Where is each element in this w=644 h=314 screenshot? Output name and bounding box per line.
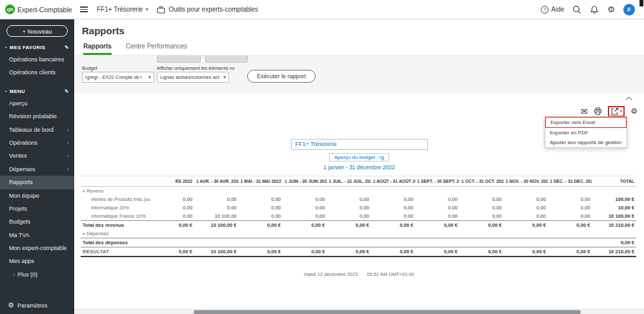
chevron-right-icon: ›: [67, 151, 69, 160]
gear-icon: ⚙: [8, 302, 14, 309]
cell-value: [194, 238, 238, 247]
user-avatar[interactable]: F: [623, 4, 635, 16]
sidebar-item-operations[interactable]: Opérations›: [0, 136, 74, 149]
cell-value: 0,00 €: [548, 247, 592, 257]
export-menu-item-exporter-en-pdf[interactable]: Exporter en PDF: [545, 128, 627, 138]
cell-value: [327, 229, 371, 238]
cell-value: [239, 238, 283, 247]
app-logo[interactable]: qb Expert-Comptable: [0, 5, 72, 14]
report-subtitle-input[interactable]: Aperçu du budget : rg: [329, 153, 389, 162]
row-label-text: RÉSULTAT: [83, 249, 109, 255]
cell-value: [150, 238, 194, 247]
collapse-triangle-icon[interactable]: ▾: [83, 189, 85, 193]
report-switcher[interactable]: FF1+ Trésorerie ▾: [97, 6, 148, 13]
run-report-button[interactable]: Exécuter le rapport: [247, 70, 316, 83]
sidebar-item-tableaux-de-bord[interactable]: Tableaux de bord›: [0, 123, 74, 136]
cell-value: [371, 229, 415, 238]
sidebar-item-depenses[interactable]: Dépenses›: [0, 163, 74, 176]
sidebar-item-mes-apps[interactable]: Mes apps: [0, 255, 74, 267]
display-select[interactable]: Lignes actives/colonnes act ▾: [157, 72, 229, 83]
report-period-link[interactable]: 1 janvier - 31 décembre 2022: [74, 164, 644, 171]
horizontal-scrollbar-track[interactable]: [74, 309, 644, 314]
filter-control-partial-1[interactable]: [157, 56, 201, 63]
sidebar-item-ma-tva[interactable]: Ma TVA: [0, 229, 74, 242]
sidebar-settings[interactable]: ⚙ Paramètres: [0, 302, 74, 309]
help-button[interactable]: ? Aide: [541, 6, 564, 14]
export-menu-item-exporter-vers-excel[interactable]: Exporter vers Excel: [545, 117, 627, 128]
row-label: ▾Dépenses: [81, 229, 150, 238]
cell-value: [239, 229, 283, 238]
sidebar-item-ventes[interactable]: Ventes›: [0, 149, 74, 162]
favorites-section-header[interactable]: › MES FAVORIS ✎: [0, 41, 74, 53]
settings-gear-icon[interactable]: ⚙: [607, 5, 615, 14]
chevron-right-icon: ›: [67, 138, 69, 147]
sidebar-item-revision-prealable[interactable]: Révision préalable: [0, 110, 74, 123]
budget-select[interactable]: rgregr - EX22 Compte de r ▾: [82, 72, 154, 83]
sidebar-item-rapports[interactable]: Rapports: [0, 176, 74, 189]
app-window: qb Expert-Comptable FF1+ Trésorerie ▾ Ou…: [0, 0, 644, 314]
cell-value: 0,00 €: [459, 247, 503, 257]
sidebar-item-plus-0[interactable]: ›Plus (0): [0, 268, 74, 281]
cell-value: 0,00: [194, 195, 238, 204]
row-label: Ventes de Produits finis (ou g...: [81, 195, 150, 204]
column-header: 1 OCT. - 31 OCT. 2022: [459, 176, 503, 187]
edit-favorites-icon[interactable]: ✎: [65, 45, 69, 50]
cell-value: 0,00: [548, 204, 592, 212]
column-header: 1 JUIN - 30 JUIN 2022: [283, 176, 327, 187]
sidebar-item-mon-equipe[interactable]: Mon équipe: [0, 189, 74, 202]
export-dropdown-menu: Exporter vers ExcelExporter en PDFAjoute…: [545, 116, 627, 148]
column-header: 1 SEPT. - 30 SEPT. 2022: [416, 176, 459, 187]
notifications-bell-icon[interactable]: [590, 5, 599, 14]
cell-value: 0,00: [548, 195, 592, 204]
sidebar-item-projets[interactable]: Projets: [0, 202, 74, 215]
collapse-triangle-icon[interactable]: ▾: [83, 232, 85, 236]
report-settings-gear-icon[interactable]: ⚙: [630, 107, 638, 115]
cell-value: 0,00 €: [416, 221, 459, 230]
cell-value: 0,00: [371, 204, 415, 212]
export-icon[interactable]: [610, 107, 619, 116]
email-icon[interactable]: ✉: [581, 107, 588, 116]
cell-value: 0,00 €: [504, 247, 548, 257]
cell-value: 0,00: [327, 195, 371, 204]
print-icon[interactable]: [594, 107, 602, 115]
cell-value: [504, 229, 548, 238]
sidebar-toggle-icon[interactable]: [80, 6, 88, 12]
export-menu-item-ajouter-aux-rapports-de-gestion[interactable]: Ajouter aux rapports de gestion: [545, 138, 627, 147]
cell-value: 0,00: [548, 212, 592, 221]
accountant-tools-link[interactable]: Outils pour experts-comptables: [157, 6, 257, 14]
collapse-chevron-up-icon[interactable]: [626, 96, 632, 103]
sidebar-item-mon-expert-comptable[interactable]: Mon expert-comptable: [0, 242, 74, 255]
cell-value: 0,00: [416, 212, 459, 221]
display-select-value: Lignes actives/colonnes act: [160, 74, 219, 80]
row-label: Total des dépenses: [81, 238, 150, 247]
cell-value: 10,00 €: [592, 204, 636, 212]
cell-value: 0,00 €: [150, 247, 194, 257]
table-row-total-des-depenses: Total des dépenses0,00 €: [81, 238, 636, 247]
menu-section-header[interactable]: › MENU ✎: [0, 85, 74, 97]
tab-rapports[interactable]: Rapports: [83, 43, 112, 55]
vertical-scrollbar-thumb[interactable]: [639, 0, 643, 6]
cell-value: 10 210,00 €: [592, 247, 636, 257]
cell-value: [150, 229, 194, 238]
export-chevron-down-icon[interactable]: ▾: [620, 109, 623, 114]
cell-value: [504, 187, 548, 196]
column-header: 1 AVR. - 30 AVR. 2022: [194, 176, 238, 187]
edit-menu-icon[interactable]: ✎: [65, 89, 69, 94]
sidebar-item-label: Mes apps: [9, 256, 34, 266]
settings-label: Paramètres: [17, 302, 48, 309]
sidebar-item-label: Ventes: [9, 151, 27, 160]
display-filter-label: Afficher uniquement les éléments nc: [157, 65, 235, 71]
sidebar-nav: + Nouveau › MES FAVORIS ✎ Opérations ban…: [0, 19, 74, 314]
sidebar-item-operations-clients[interactable]: Opérations clients: [0, 66, 74, 79]
report-title-input[interactable]: FF1+ Trésorerie: [291, 139, 428, 150]
horizontal-scrollbar-thumb[interactable]: [194, 310, 581, 314]
search-icon[interactable]: [572, 5, 581, 14]
sidebar-item-budgets[interactable]: Budgets: [0, 215, 74, 228]
tab-centre-performances[interactable]: Centre Performances: [126, 43, 187, 55]
cell-value: 0,00: [504, 204, 548, 212]
filter-control-partial-2[interactable]: [205, 56, 248, 63]
cell-value: 10 210,00 €: [592, 221, 636, 230]
sidebar-item-operations-bancaires[interactable]: Opérations bancaires: [0, 53, 74, 66]
sidebar-item-apercu[interactable]: Aperçu: [0, 97, 74, 110]
new-button[interactable]: + Nouveau: [6, 25, 68, 37]
